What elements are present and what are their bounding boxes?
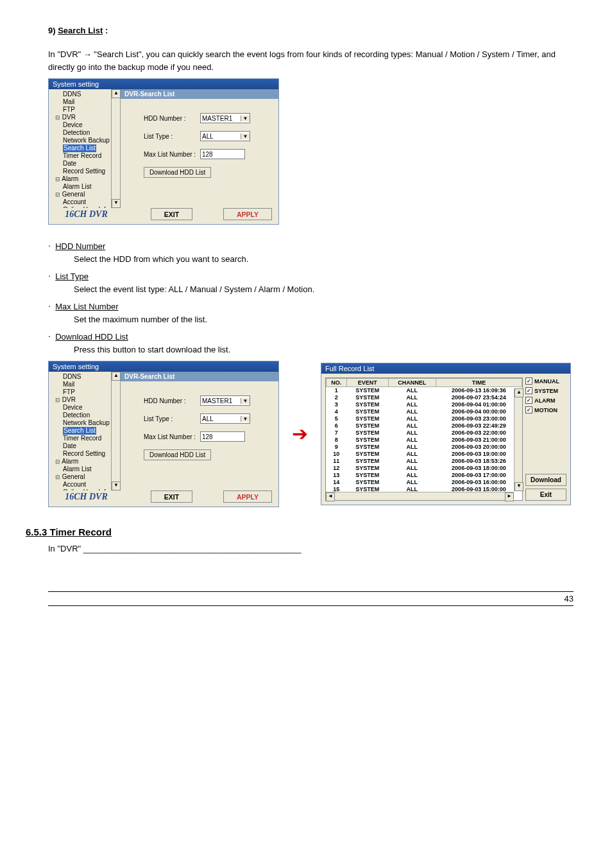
tree-item-device[interactable]: Device bbox=[51, 404, 120, 412]
exit-button[interactable]: EXIT bbox=[151, 490, 192, 503]
tree-item-alarm-list[interactable]: Alarm List bbox=[51, 465, 120, 473]
tree-item-mail[interactable]: Mail bbox=[51, 381, 120, 388]
section-number: 9) bbox=[48, 26, 56, 35]
tree-item-date[interactable]: Date bbox=[51, 160, 120, 168]
hdd-number-select[interactable]: MASTER1 ▼ bbox=[200, 113, 250, 123]
table-row[interactable]: 7SYSTEMALL2006-09-03 22:00:00 bbox=[327, 430, 522, 437]
download-hdd-list-button[interactable]: Download HDD List bbox=[144, 449, 211, 460]
subsection-blank: ________________________________________… bbox=[83, 544, 302, 553]
max-list-label: Max List Number : bbox=[144, 433, 200, 440]
table-row[interactable]: 1SYSTEMALL2006-09-13 16:09:36 bbox=[327, 387, 522, 395]
scroll-down-icon[interactable]: ▼ bbox=[112, 482, 121, 490]
tree-item-general[interactable]: ⊟ General bbox=[51, 191, 120, 198]
full-record-list-window: Full Record List NO. EVENT CHANNEL TIME … bbox=[321, 363, 571, 505]
table-row[interactable]: 12SYSTEMALL2006-09-03 18:00:00 bbox=[327, 465, 522, 472]
table-row[interactable]: 10SYSTEMALL2006-09-03 19:00:00 bbox=[327, 451, 522, 458]
hdd-number-label: HDD Number : bbox=[144, 115, 200, 122]
tree-item-ddns[interactable]: DDNS bbox=[51, 91, 120, 98]
apply-button[interactable]: APPLY bbox=[223, 208, 272, 220]
tree-item-account[interactable]: Account bbox=[51, 198, 120, 206]
table-row[interactable]: 4SYSTEMALL2006-09-04 00:00:00 bbox=[327, 408, 522, 415]
tree-item-general[interactable]: ⊟ General bbox=[51, 473, 120, 481]
tree-item-dvr[interactable]: ⊟ DVR bbox=[51, 396, 120, 404]
tree-item-device[interactable]: Device bbox=[51, 121, 120, 129]
tree-item-alarm-list[interactable]: Alarm List bbox=[51, 183, 120, 191]
tree-item-detection[interactable]: Detection bbox=[51, 412, 120, 419]
filter-check-system[interactable]: ✓SYSTEM bbox=[525, 387, 566, 394]
tree-item-online-user-info[interactable]: Online User Info bbox=[51, 489, 120, 490]
list-type-select[interactable]: ALL ▼ bbox=[200, 131, 250, 141]
tree-item-dvr[interactable]: ⊟ DVR bbox=[51, 114, 120, 121]
scroll-up-icon[interactable]: ▲ bbox=[112, 89, 121, 98]
table-row[interactable]: 6SYSTEMALL2006-09-03 22:49:29 bbox=[327, 422, 522, 430]
table-row[interactable]: 11SYSTEMALL2006-09-03 18:53:26 bbox=[327, 458, 522, 465]
breadcrumb: DVR-Search List bbox=[121, 89, 278, 99]
tree-item-date[interactable]: Date bbox=[51, 442, 120, 450]
scroll-up-icon[interactable]: ▲ bbox=[514, 388, 523, 397]
scroll-left-icon[interactable]: ◄ bbox=[326, 492, 335, 501]
record-table[interactable]: NO. EVENT CHANNEL TIME 1SYSTEMALL2006-09… bbox=[325, 378, 523, 501]
func-dl-label: Download HDD List bbox=[55, 332, 128, 342]
tree-item-online-user-info[interactable]: Online User Info bbox=[51, 206, 120, 208]
func-hdd-desc: Select the HDD from which you want to se… bbox=[74, 253, 574, 266]
system-setting-window-2: System setting DDNSMailFTP⊟ DVRDeviceDet… bbox=[48, 361, 279, 507]
func-max-desc: Set the maximum number of the list. bbox=[74, 313, 574, 326]
download-hdd-list-button[interactable]: Download HDD List bbox=[144, 167, 211, 178]
list-type-label: List Type : bbox=[144, 133, 200, 140]
tree-item-record-setting[interactable]: Record Setting bbox=[51, 450, 120, 458]
filter-check-motion[interactable]: ✓MOTION bbox=[525, 406, 566, 413]
tree-item-mail[interactable]: Mail bbox=[51, 98, 120, 106]
table-row[interactable]: 14SYSTEMALL2006-09-03 16:00:00 bbox=[327, 479, 522, 486]
tree-item-search-list[interactable]: Search List bbox=[51, 427, 120, 435]
filter-check-manual[interactable]: ✓MANUAL bbox=[525, 378, 566, 385]
func-type-desc: Select the event list type: ALL / Manual… bbox=[74, 283, 574, 296]
table-row[interactable]: 13SYSTEMALL2006-09-03 17:00:00 bbox=[327, 472, 522, 479]
filter-check-alarm[interactable]: ✓ALARM bbox=[525, 397, 566, 404]
tree-item-account[interactable]: Account bbox=[51, 481, 120, 489]
tree-item-timer-record[interactable]: Timer Record bbox=[51, 152, 120, 160]
tree-item-record-setting[interactable]: Record Setting bbox=[51, 168, 120, 175]
scroll-up-icon[interactable]: ▲ bbox=[112, 372, 121, 381]
scroll-down-icon[interactable]: ▼ bbox=[112, 199, 121, 208]
hdd-number-select[interactable]: MASTER1 ▼ bbox=[200, 395, 250, 406]
tree-item-network-backup[interactable]: Network Backup bbox=[51, 419, 120, 427]
download-button[interactable]: Download bbox=[525, 474, 566, 486]
func-max-label: Max List Number bbox=[55, 302, 118, 311]
tree-item-timer-record[interactable]: Timer Record bbox=[51, 435, 120, 442]
tree-item-ftp[interactable]: FTP bbox=[51, 106, 120, 114]
tree-item-alarm[interactable]: ⊟ Alarm bbox=[51, 175, 120, 183]
tree-item-network-backup[interactable]: Network Backup bbox=[51, 137, 120, 144]
tree-item-ftp[interactable]: FTP bbox=[51, 388, 120, 396]
tree-item-search-list[interactable]: Search List bbox=[51, 144, 120, 152]
intro-paragraph: In "DVR" → "Search List", you can quickl… bbox=[48, 48, 574, 73]
window-title: Full Record List bbox=[321, 363, 570, 374]
max-list-input[interactable] bbox=[200, 149, 245, 159]
table-row[interactable]: 9SYSTEMALL2006-09-03 20:00:00 bbox=[327, 444, 522, 451]
table-row[interactable]: 8SYSTEMALL2006-09-03 21:00:00 bbox=[327, 437, 522, 444]
system-setting-window-1: System setting DDNSMailFTP⊟ DVRDeviceDet… bbox=[48, 78, 279, 225]
apply-button[interactable]: APPLY bbox=[223, 490, 272, 503]
checkbox-icon: ✓ bbox=[525, 378, 532, 385]
tree-scrollbar[interactable]: ▲ ▼ bbox=[111, 372, 120, 490]
scroll-right-icon[interactable]: ► bbox=[505, 492, 514, 501]
max-list-label: Max List Number : bbox=[144, 151, 200, 158]
tree-item-alarm[interactable]: ⊟ Alarm bbox=[51, 458, 120, 465]
tree-scrollbar[interactable]: ▲ ▼ bbox=[111, 89, 120, 208]
table-row[interactable]: 2SYSTEMALL2006-09-07 23:54:24 bbox=[327, 394, 522, 401]
scroll-down-icon[interactable]: ▼ bbox=[514, 482, 523, 491]
record-hscroll[interactable]: ◄ ► bbox=[326, 492, 514, 500]
table-row[interactable]: 3SYSTEMALL2006-09-04 01:00:00 bbox=[327, 401, 522, 408]
col-no: NO. bbox=[327, 379, 347, 387]
record-vscroll[interactable]: ▲ ▼ bbox=[514, 388, 522, 491]
max-list-input[interactable] bbox=[200, 431, 245, 442]
exit-button[interactable]: Exit bbox=[525, 489, 566, 501]
hdd-number-label: HDD Number : bbox=[144, 397, 200, 404]
table-row[interactable]: 5SYSTEMALL2006-09-03 23:00:00 bbox=[327, 415, 522, 422]
exit-button[interactable]: EXIT bbox=[151, 208, 192, 220]
window-title: System setting bbox=[49, 361, 278, 372]
col-time: TIME bbox=[436, 379, 522, 387]
func-hdd-label: HDD Number bbox=[55, 241, 105, 251]
tree-item-ddns[interactable]: DDNS bbox=[51, 373, 120, 381]
tree-item-detection[interactable]: Detection bbox=[51, 129, 120, 137]
list-type-select[interactable]: ALL ▼ bbox=[200, 413, 250, 424]
